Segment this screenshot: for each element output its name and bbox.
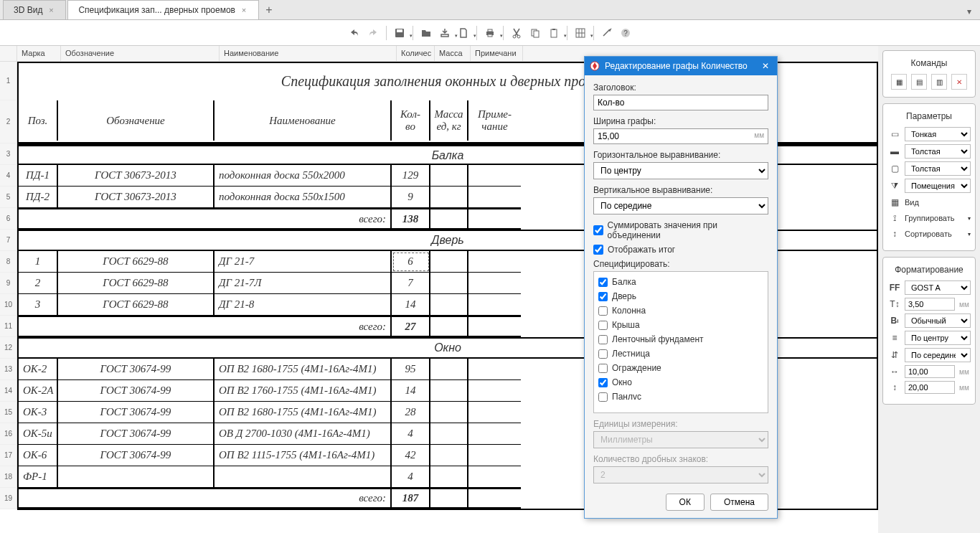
row-number[interactable]: 14: [0, 380, 17, 402]
cell-obozn[interactable]: ГОСТ 6629-88: [58, 251, 215, 273]
list-item[interactable]: Панлvс: [597, 390, 765, 404]
cell-poz[interactable]: ФР-1: [19, 466, 58, 488]
cell-obozn[interactable]: [58, 466, 215, 488]
cell-obozn[interactable]: ГОСТ 30674-99: [58, 380, 215, 402]
cell-poz[interactable]: ОК-6: [19, 445, 58, 466]
settings-button[interactable]: [598, 24, 616, 42]
cell-kol[interactable]: 14: [392, 380, 430, 402]
rooms-select[interactable]: Помещения: [905, 179, 971, 193]
cut-button[interactable]: [508, 24, 525, 42]
row-number[interactable]: 19: [0, 488, 17, 509]
width-input[interactable]: [905, 365, 955, 378]
cell-naim[interactable]: ОП В2 1680-1755 (4М1-16Аг-4М1): [215, 402, 392, 423]
cell-kol[interactable]: 6: [392, 251, 430, 273]
save-button[interactable]: ▾: [391, 24, 408, 42]
cell-obozn[interactable]: ГОСТ 30673-2013: [58, 165, 215, 187]
row-number[interactable]: 17: [0, 445, 17, 466]
cell-kol[interactable]: 4: [392, 466, 430, 488]
checkbox-icon[interactable]: [593, 225, 603, 235]
cell-naim[interactable]: подоконная доска 550х1500: [215, 187, 392, 208]
help-button[interactable]: ?: [617, 24, 634, 42]
row-number[interactable]: 7: [0, 230, 17, 251]
cell-kol[interactable]: 42: [392, 445, 430, 466]
cell-poz[interactable]: 1: [19, 251, 58, 273]
list-item[interactable]: Ограждение: [597, 361, 765, 375]
list-item[interactable]: Крыша: [597, 318, 765, 332]
cell-obozn[interactable]: ГОСТ 30674-99: [58, 402, 215, 423]
open-button[interactable]: [418, 24, 435, 42]
cell-poz[interactable]: 3: [19, 294, 58, 316]
row-number[interactable]: 10: [0, 294, 17, 316]
cell-kol[interactable]: 14: [392, 294, 430, 316]
cell-naim[interactable]: ДГ 21-8: [215, 294, 392, 316]
cell-naim[interactable]: подоконная доска 550х2000: [215, 165, 392, 187]
show-total-checkbox[interactable]: Отображать итог: [593, 245, 768, 255]
column-header[interactable]: Примечани: [471, 46, 523, 61]
export-button[interactable]: ▾: [436, 24, 453, 42]
cell-kol[interactable]: 28: [392, 402, 430, 423]
list-item[interactable]: Ленточный фундамент: [597, 332, 765, 346]
edit-column-icon[interactable]: ▤: [911, 74, 927, 90]
list-item[interactable]: Окно: [597, 375, 765, 390]
undo-button[interactable]: [346, 24, 363, 42]
cell-poz[interactable]: ОК-2А: [19, 380, 58, 402]
column-remove-icon[interactable]: ✕: [951, 74, 967, 90]
width-input[interactable]: [593, 128, 768, 144]
cell-obozn[interactable]: ГОСТ 6629-88: [58, 294, 215, 316]
close-icon[interactable]: ×: [240, 6, 248, 14]
cell-poz[interactable]: ПД-1: [19, 165, 58, 187]
tab-overflow-icon[interactable]: ▾: [964, 4, 974, 19]
cell-naim[interactable]: ДГ 21-7: [215, 251, 392, 273]
row-number[interactable]: 15: [0, 402, 17, 423]
cell-obozn[interactable]: ГОСТ 30674-99: [58, 423, 215, 445]
height-input[interactable]: [905, 381, 955, 394]
row-number[interactable]: 1: [0, 62, 17, 100]
row-number[interactable]: 12: [0, 337, 17, 359]
valign-select[interactable]: По середине: [905, 348, 971, 362]
row-number[interactable]: 2: [0, 100, 17, 143]
spec-list[interactable]: Балка Дверь Колонна Крыша Ленточный фунд…: [593, 271, 768, 413]
row-number[interactable]: 18: [0, 466, 17, 488]
cell-prim[interactable]: [468, 187, 521, 208]
cell-kol[interactable]: 7: [392, 273, 430, 294]
close-icon[interactable]: ✕: [758, 59, 773, 73]
cell-kol[interactable]: 95: [392, 359, 430, 380]
halign-select[interactable]: По центру: [905, 331, 971, 345]
group-label[interactable]: Группировать: [905, 214, 965, 222]
cell-naim[interactable]: ОП В2 1115-1755 (4М1-16Аг-4М1): [215, 445, 392, 466]
row-number[interactable]: 9: [0, 273, 17, 294]
font-size-input[interactable]: [905, 298, 955, 311]
cell-naim[interactable]: ОП В2 1760-1755 (4М1-16Аг-4М1): [215, 380, 392, 402]
cell-prim[interactable]: [468, 165, 521, 187]
cell-naim[interactable]: ОВ Д 2700-1030 (4М1-16Аг-4М1): [215, 423, 392, 445]
tab-specification[interactable]: Спецификация зап... дверных проемов ×: [67, 0, 259, 19]
line-thick-select[interactable]: Толстая: [905, 144, 971, 159]
cell-naim[interactable]: [215, 466, 392, 488]
cell-naim[interactable]: ДГ 21-7Л: [215, 273, 392, 294]
column-header[interactable]: Наименование: [220, 46, 397, 61]
row-number[interactable]: 4: [0, 165, 17, 187]
cell-kol[interactable]: 129: [392, 165, 430, 187]
view-label[interactable]: Вид: [905, 198, 971, 207]
column-header[interactable]: Масса: [435, 46, 471, 61]
sum-checkbox[interactable]: Суммировать значения при объединении: [593, 220, 768, 240]
cell-poz[interactable]: ОК-3: [19, 402, 58, 423]
cell-obozn[interactable]: ГОСТ 30674-99: [58, 359, 215, 380]
dialog-titlebar[interactable]: Редактирование графы Количество ✕: [585, 57, 777, 75]
checkbox-icon[interactable]: [593, 245, 603, 255]
font-select[interactable]: GOST A: [905, 280, 971, 295]
paste-button[interactable]: ▾: [545, 24, 562, 42]
halign-select[interactable]: По центру: [593, 162, 768, 179]
close-icon[interactable]: ×: [47, 6, 55, 14]
row-number[interactable]: 3: [0, 143, 17, 165]
cell-poz[interactable]: ОК-2: [19, 359, 58, 380]
cell-obozn[interactable]: ГОСТ 6629-88: [58, 273, 215, 294]
column-header[interactable]: Количес: [397, 46, 435, 61]
cell-massa[interactable]: [430, 165, 468, 187]
cell-massa[interactable]: [430, 187, 468, 208]
tab-add-button[interactable]: +: [260, 1, 278, 19]
row-number[interactable]: 11: [0, 316, 17, 337]
row-number[interactable]: 5: [0, 187, 17, 208]
cell-obozn[interactable]: ГОСТ 30674-99: [58, 445, 215, 466]
row-number[interactable]: 8: [0, 251, 17, 273]
